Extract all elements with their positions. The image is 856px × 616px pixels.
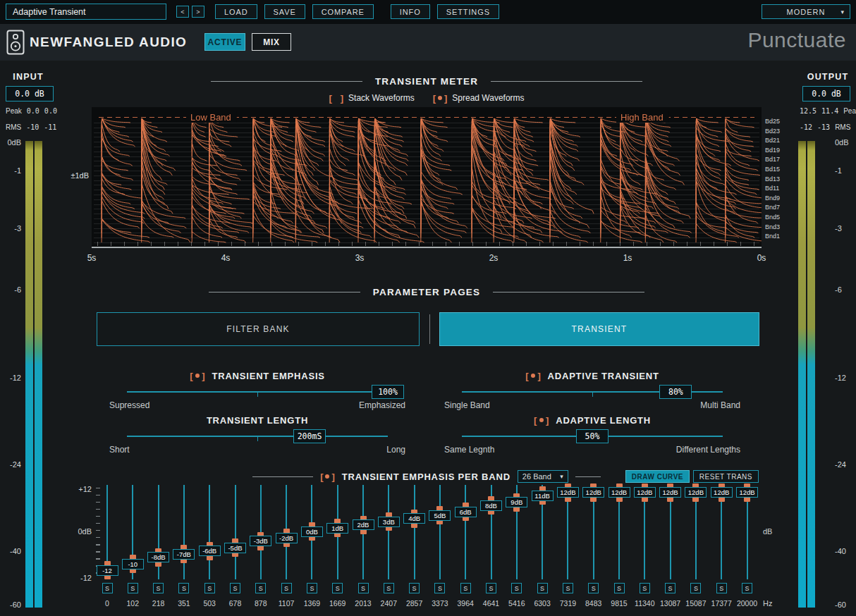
active-toggle-button[interactable]: ACTIVE	[204, 33, 245, 51]
band-value[interactable]: 12dB	[659, 487, 681, 498]
settings-button[interactable]: SETTINGS	[437, 4, 499, 19]
band-freq-label: 351	[178, 599, 190, 608]
transient-emphasis-value[interactable]: 100%	[372, 385, 404, 399]
band-value[interactable]: 12dB	[582, 487, 604, 498]
band-value[interactable]: 2dB	[353, 519, 374, 530]
band-value[interactable]: -8dB	[147, 552, 169, 562]
per-band-enable-radio[interactable]: []	[320, 472, 335, 481]
band-solo-button[interactable]: S	[255, 583, 266, 593]
stack-waveforms-radio[interactable]: [] Stack Waveforms	[329, 93, 414, 103]
band-value[interactable]: -2dB	[276, 533, 298, 543]
band-solo-button[interactable]: S	[102, 583, 113, 593]
band-solo-button[interactable]: S	[588, 583, 599, 593]
band-solo-button[interactable]: S	[537, 583, 548, 593]
band-value[interactable]: 5dB	[429, 510, 451, 521]
band-value[interactable]: 4dB	[403, 513, 425, 524]
transient-length-slider[interactable]: 200mS	[127, 436, 388, 437]
band-solo-button[interactable]: S	[640, 583, 650, 593]
transient-length-value[interactable]: 200mS	[293, 429, 326, 443]
output-meter-scale: 0dB-1-3-6-12-24-40-60	[835, 68, 856, 616]
band-solo-button[interactable]: S	[742, 583, 752, 593]
band-slider-track[interactable]	[465, 485, 466, 579]
band-solo-button[interactable]: S	[665, 583, 675, 593]
input-scale-label: -24	[0, 460, 21, 469]
output-level-meter-left	[798, 141, 806, 608]
band-value[interactable]: 0dB	[301, 526, 323, 537]
compare-button[interactable]: COMPARE	[312, 4, 374, 19]
band-count-select[interactable]: 26 Band ▾	[518, 470, 568, 483]
band-solo-button[interactable]: S	[332, 583, 343, 593]
reset-transients-button[interactable]: RESET TRANS	[693, 470, 759, 483]
band-value[interactable]: -5dB	[224, 543, 246, 553]
save-button[interactable]: SAVE	[264, 4, 305, 19]
band-label: Bnd5	[765, 214, 780, 221]
adaptive-length-value[interactable]: 50%	[576, 429, 609, 443]
band-value[interactable]: -12	[97, 565, 118, 576]
tab-filter-bank[interactable]: FILTER BANK	[97, 312, 420, 346]
band-solo-button[interactable]: S	[128, 583, 138, 593]
band-solo-button[interactable]: S	[230, 583, 240, 593]
adaptive-transient-value[interactable]: 80%	[659, 385, 692, 399]
spread-waveforms-radio[interactable]: [] Spread Waveforms	[433, 93, 525, 103]
draw-curve-button[interactable]: DRAW CURVE	[625, 470, 690, 483]
input-scale-label: -40	[0, 547, 21, 555]
band-slider-track[interactable]	[209, 485, 210, 579]
band-value[interactable]: 1dB	[326, 523, 348, 534]
load-button[interactable]: LOAD	[215, 4, 257, 19]
output-scale-label: -60	[835, 600, 856, 609]
band-value[interactable]: 12dB	[736, 487, 758, 498]
mix-toggle-button[interactable]: MIX	[252, 33, 291, 51]
band-value[interactable]: -7dB	[173, 549, 195, 560]
band-value[interactable]: 12dB	[634, 487, 656, 498]
tab-transient[interactable]: TRANSIENT	[439, 312, 759, 346]
next-preset-button[interactable]: >	[192, 6, 204, 18]
band-value[interactable]: 12dB	[685, 487, 707, 498]
spread-waveforms-label: Spread Waveforms	[452, 93, 524, 103]
prev-preset-button[interactable]: <	[176, 6, 189, 18]
band-solo-button[interactable]: S	[486, 583, 496, 593]
band-solo-button[interactable]: S	[434, 583, 445, 593]
band-value[interactable]: 12dB	[609, 487, 630, 498]
band-solo-button[interactable]: S	[153, 583, 164, 593]
band-value[interactable]: 12dB	[711, 487, 733, 498]
band-slider-track[interactable]	[414, 485, 415, 579]
transient-emphasis-enable-radio[interactable]: []	[190, 371, 205, 381]
adaptive-length-enable-radio[interactable]: []	[534, 416, 549, 425]
band-value[interactable]: -3dB	[250, 536, 271, 546]
band-slider-track[interactable]	[388, 485, 389, 579]
band-solo-button[interactable]: S	[460, 583, 471, 593]
adaptive-transient-enable-radio[interactable]: []	[525, 371, 541, 381]
band-value[interactable]: 8dB	[480, 500, 502, 511]
band-slider-track[interactable]	[183, 485, 185, 579]
band-value[interactable]: 11dB	[532, 491, 554, 501]
time-label: 1s	[623, 253, 632, 263]
band-solo-button[interactable]: S	[716, 583, 727, 593]
skin-select[interactable]: MODERN ▾	[762, 4, 850, 19]
band-label: Bd21	[765, 137, 780, 144]
band-value[interactable]: -6dB	[199, 546, 221, 556]
adaptive-length-slider[interactable]: 50%	[462, 436, 723, 437]
band-slider-track[interactable]	[439, 485, 441, 579]
band-value[interactable]: 9dB	[506, 497, 527, 507]
band-label: Bd17	[765, 156, 780, 163]
band-solo-button[interactable]: S	[204, 583, 215, 593]
band-value[interactable]: -10	[122, 559, 144, 569]
band-value[interactable]: 3dB	[378, 517, 400, 527]
band-solo-button[interactable]: S	[281, 583, 292, 593]
band-solo-button[interactable]: S	[614, 583, 625, 593]
band-solo-button[interactable]: S	[358, 583, 369, 593]
preset-name-field[interactable]: Adaptive Transient	[6, 4, 166, 20]
band-solo-button[interactable]: S	[384, 583, 394, 593]
band-solo-button[interactable]: S	[511, 583, 522, 593]
band-solo-button[interactable]: S	[690, 583, 701, 593]
band-solo-button[interactable]: S	[178, 583, 189, 593]
adaptive-transient-slider[interactable]: 80%	[462, 391, 723, 393]
band-value[interactable]: 12dB	[557, 487, 579, 498]
info-button[interactable]: INFO	[391, 4, 430, 19]
band-value[interactable]: 6dB	[455, 507, 477, 517]
band-solo-button[interactable]: S	[409, 583, 420, 593]
band-slider-track[interactable]	[235, 485, 236, 579]
transient-emphasis-slider[interactable]: 100%	[127, 391, 388, 393]
band-solo-button[interactable]: S	[307, 583, 317, 593]
band-solo-button[interactable]: S	[563, 583, 573, 593]
